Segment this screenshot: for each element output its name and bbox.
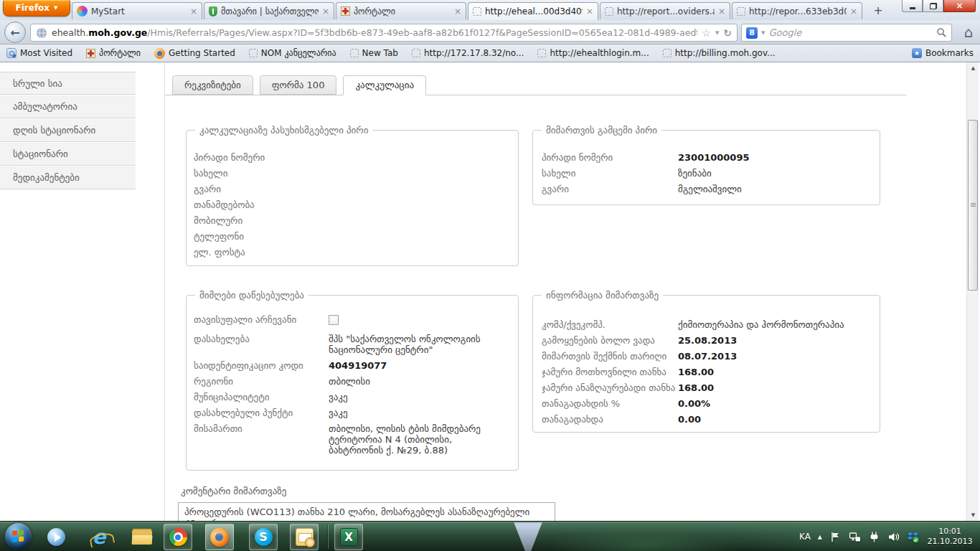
sidebar-item-hospital[interactable]: სტაციონარი — [0, 143, 136, 166]
bookmark-172[interactable]: http://172.17.8.32/no... — [412, 48, 524, 58]
taskbar-skype-button[interactable]: S — [249, 524, 278, 550]
mystart-favicon-icon — [77, 6, 88, 17]
close-icon[interactable]: × — [586, 7, 593, 16]
firefox-menu-button[interactable]: Firefox ▼ — [3, 0, 70, 17]
field-value: თბილისი — [329, 376, 370, 387]
field-label: თანამდებობა — [194, 199, 329, 210]
vertical-scrollbar[interactable]: ▲ ▼ — [966, 62, 979, 521]
taskbar-ie-button[interactable]: e — [85, 524, 113, 550]
free-choice-checkbox[interactable] — [329, 315, 339, 325]
tab-portali[interactable]: პორტალი × — [336, 2, 466, 19]
bookmarks-star-icon: ★ — [912, 48, 922, 58]
clock-date: 21.10.2013 — [926, 537, 974, 547]
restore-button[interactable] — [923, 0, 943, 12]
start-button[interactable] — [5, 523, 32, 550]
home-button[interactable]: ⌂ — [959, 24, 978, 42]
action-center-flag-icon[interactable] — [829, 531, 842, 543]
field-label: თავისუფალი არჩევანი — [194, 314, 329, 325]
tab-report2[interactable]: http://repor...633eb3d0c84 × — [732, 2, 862, 19]
url-dropdown-icon[interactable]: ▼ — [715, 30, 719, 36]
field-label: დასახელება — [194, 334, 329, 355]
tab-calculation[interactable]: კალკულაცია — [343, 75, 426, 95]
field-label: ტელეფონი — [194, 231, 329, 242]
field-value: 08.07.2013 — [678, 351, 737, 362]
tab-title: MyStart — [91, 6, 187, 17]
bookmark-ehealthlogin[interactable]: http://ehealthlogin.m... — [537, 48, 649, 58]
fieldset-referral-info: ინფორმაცია მიმართვაზე კომპ/ქვეკომპ.ქიმიო… — [532, 295, 880, 433]
minimize-icon — [910, 7, 915, 9]
language-indicator[interactable]: KA — [799, 532, 811, 542]
field-value: 168.00 — [678, 367, 714, 377]
bookmarks-menu-button[interactable]: ★ Bookmarks — [912, 48, 974, 58]
firefox-menu-label: Firefox — [16, 3, 50, 13]
field-value: 168.00 — [678, 382, 714, 393]
placeholder-favicon-icon — [412, 49, 420, 57]
show-hidden-icons-button[interactable]: ▲ — [818, 534, 822, 540]
sidebar-divider — [164, 62, 165, 521]
taskbar-explorer-button[interactable] — [128, 524, 156, 550]
window-controls: × — [902, 0, 976, 12]
scroll-up-arrow-icon[interactable]: ▲ — [967, 62, 979, 74]
field-label: გამოყენების ბოლო ვადა — [542, 335, 678, 346]
field-value: 23001000095 — [678, 152, 750, 163]
close-icon[interactable]: × — [454, 7, 461, 16]
tab-ehealth-active[interactable]: http://eheal...00d3d40f3a1 × — [468, 2, 598, 20]
tab-report1[interactable]: http://report...oviders.aspx × — [600, 2, 730, 19]
tab-mtavari[interactable]: მთავარი | საქართველო... × — [204, 2, 334, 19]
url-text: ehealth.moh.gov.ge/Hmis/Referrals/Pages/… — [52, 27, 697, 38]
close-window-button[interactable]: × — [943, 0, 976, 12]
placeholder-favicon-icon — [249, 49, 258, 57]
globe-icon — [36, 27, 47, 39]
field-label: რეგიონი — [194, 376, 329, 387]
bookmark-billing[interactable]: http://billing.moh.gov... — [663, 48, 776, 58]
browser-titlebar: Firefox ▼ MyStart × მთავარი | საქართველო… — [0, 0, 980, 20]
sidebar-item-day-hospital[interactable]: დღის სტაციონარი — [0, 119, 136, 142]
bookmark-most-visited[interactable]: Most Visited — [6, 48, 72, 58]
sidebar-item-full-list[interactable]: სრული სია — [0, 72, 136, 95]
chrome-icon — [169, 528, 187, 546]
taskbar-chrome-button[interactable] — [164, 524, 192, 550]
fieldset-legend: კალკულაციაზე პასუხისმგებელი პირი — [195, 125, 372, 136]
search-engine-dropdown-icon[interactable]: ▼ — [761, 30, 765, 36]
taskbar-outlook-button[interactable] — [290, 524, 319, 550]
tab-mystart[interactable]: MyStart × — [72, 2, 202, 19]
taskbar-wmp-button[interactable] — [42, 524, 70, 550]
field-label: პირადი ნომერი — [194, 152, 329, 163]
search-box[interactable]: 8 ▼ Google — [741, 24, 952, 42]
reload-icon[interactable]: ↻ — [723, 27, 732, 39]
new-tab-button[interactable]: + — [870, 4, 887, 18]
scroll-down-arrow-icon[interactable]: ▼ — [967, 509, 979, 521]
bookmark-star-icon[interactable]: ☆ — [702, 27, 711, 39]
bookmark-label: Most Visited — [20, 48, 72, 58]
speaker-icon[interactable] — [887, 531, 900, 543]
dropbox-icon[interactable] — [907, 531, 919, 543]
close-icon[interactable]: × — [322, 7, 329, 16]
search-icon[interactable] — [936, 27, 947, 38]
sidebar-item-medications[interactable]: მედიკამენტები — [0, 166, 136, 189]
tab-form100[interactable]: ფორმა 100 — [260, 75, 337, 95]
taskbar-firefox-button[interactable] — [205, 524, 234, 550]
wmp-icon — [47, 528, 65, 546]
field-label: საიდენტიფიკაციო კოდი — [194, 360, 329, 371]
taskbar-excel-button[interactable]: X — [334, 524, 363, 550]
bookmark-portali[interactable]: პორტალი — [86, 48, 141, 58]
network-icon[interactable] — [849, 531, 861, 543]
field-label: მუნიციპალიტეტი — [194, 392, 329, 402]
url-bar[interactable]: ehealth.moh.gov.ge/Hmis/Referrals/Pages/… — [30, 24, 738, 42]
url-path: /Hmis/Referrals/Pages/View.aspx?ID=5f3bd… — [147, 27, 697, 38]
sidebar-item-ambulatory[interactable]: ამბულატორია — [0, 95, 136, 118]
bookmark-getting-started[interactable]: Getting Started — [154, 48, 235, 59]
power-plug-icon[interactable] — [868, 531, 880, 543]
back-button[interactable]: ← — [4, 22, 26, 43]
tab-requisites[interactable]: რეკვიზიტები — [172, 75, 253, 95]
close-icon[interactable]: × — [190, 7, 197, 16]
bookmark-new-tab[interactable]: New Tab — [350, 48, 398, 58]
close-icon[interactable]: × — [850, 7, 857, 16]
taskbar-clock[interactable]: 10:01 21.10.2013 — [926, 527, 974, 547]
bookmark-nom[interactable]: NOM კანცელარია — [249, 48, 336, 58]
scrollbar-thumb[interactable] — [968, 120, 978, 291]
field-value: 0.00% — [678, 398, 710, 409]
screen: Firefox ▼ MyStart × მთავარი | საქართველო… — [0, 0, 980, 551]
minimize-button[interactable] — [902, 0, 923, 12]
close-icon[interactable]: × — [718, 7, 725, 16]
